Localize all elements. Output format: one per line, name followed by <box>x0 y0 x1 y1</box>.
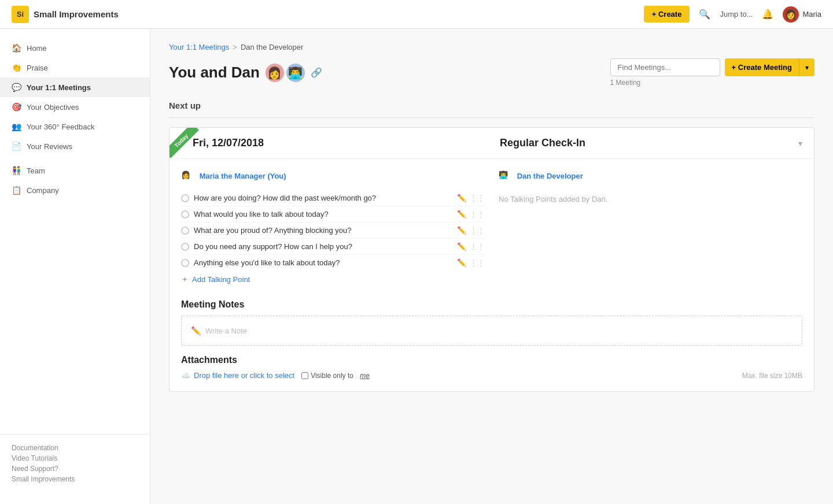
tp-actions-2: ✏️ ⋮⋮ <box>457 210 485 218</box>
reviews-icon: 📄 <box>12 142 21 151</box>
tp-col-right-title[interactable]: 👨‍💻 Dan the Developer <box>499 171 802 183</box>
meeting-card-header: Today Fri, 12/07/2018 Regular Check-In ▾ <box>169 128 814 159</box>
create-meeting-button-group: + Create Meeting ▾ <box>725 58 814 76</box>
tp-text-5: Anything else you'd like to talk about t… <box>194 258 452 267</box>
tp-checkbox-2[interactable] <box>181 210 189 218</box>
tp-text-3: What are you proud of? Anything blocking… <box>194 226 452 235</box>
tp-actions-1: ✏️ ⋮⋮ <box>457 194 485 202</box>
breadcrumb: Your 1:1 Meetings > Dan the Developer <box>169 43 814 51</box>
tp-col-right: 👨‍💻 Dan the Developer No Talking Points … <box>499 171 802 288</box>
meetings-icon: 💬 <box>12 83 21 92</box>
footer-documentation[interactable]: Documentation <box>12 444 138 452</box>
sidebar-item-objectives[interactable]: 🎯 Your Objectives <box>0 97 150 117</box>
tp-edit-3[interactable]: ✏️ <box>457 226 466 235</box>
topnav: Si Small Improvements + Create 🔍 Jump to… <box>0 0 833 29</box>
sidebar-item-feedback[interactable]: 👥 Your 360° Feedback <box>0 117 150 136</box>
search-icon[interactable]: 🔍 <box>699 9 710 20</box>
footer-small-improvements[interactable]: Small Improvements <box>12 475 138 483</box>
sidebar-item-company[interactable]: 📋 Company <box>0 180 150 200</box>
footer-video-tutorials[interactable]: Video Tutorials <box>12 454 138 462</box>
tp-checkbox-5[interactable] <box>181 259 189 267</box>
tp-actions-5: ✏️ ⋮⋮ <box>457 258 485 267</box>
user-name: Maria <box>802 10 821 18</box>
tp-drag-2[interactable]: ⋮⋮ <box>470 210 485 218</box>
today-ribbon: Today <box>169 128 204 162</box>
find-meetings-row: + Create Meeting ▾ <box>610 58 814 76</box>
attachments-section: Attachments ☁️ Drop file here or click t… <box>181 355 802 380</box>
tp-checkbox-3[interactable] <box>181 227 189 235</box>
tp-edit-2[interactable]: ✏️ <box>457 210 466 218</box>
sidebar-item-reviews[interactable]: 📄 Your Reviews <box>0 136 150 156</box>
link-icon[interactable]: 🔗 <box>311 67 322 78</box>
breadcrumb-separator: > <box>233 43 237 51</box>
main-content: Your 1:1 Meetings > Dan the Developer Yo… <box>150 29 833 504</box>
drop-file-link[interactable]: ☁️ Drop file here or click to select <box>181 371 294 380</box>
objectives-icon: 🎯 <box>12 102 21 112</box>
user-menu[interactable]: 👩 Maria <box>783 6 821 23</box>
tp-drag-1[interactable]: ⋮⋮ <box>470 194 485 202</box>
tp-avatar-maria: 👩 <box>181 171 194 183</box>
company-icon: 📋 <box>12 186 21 195</box>
tp-items-left: How are you doing? How did the past week… <box>181 190 485 270</box>
meeting-chevron[interactable]: ▾ <box>798 139 802 148</box>
notes-input-area[interactable]: ✏️ Write a Note <box>181 316 802 346</box>
jump-to-label[interactable]: Jump to... <box>720 10 753 18</box>
notifications-icon[interactable]: 🔔 <box>762 9 773 20</box>
tp-drag-4[interactable]: ⋮⋮ <box>470 242 485 251</box>
page-header: You and Dan 👩 👨‍💻 🔗 + Create Meeting ▾ 1… <box>169 58 814 87</box>
avatar-maria: 👩 <box>266 64 284 82</box>
avatar-dan: 👨‍💻 <box>286 64 305 82</box>
sidebar-nav: 🏠 Home 👏 Praise 💬 Your 1:1 Meetings 🎯 Yo… <box>0 38 150 434</box>
team-icon: 👫 <box>12 166 21 175</box>
tp-edit-4[interactable]: ✏️ <box>457 242 466 251</box>
add-tp-plus: ＋ <box>181 274 189 284</box>
find-meetings-input[interactable] <box>610 58 720 76</box>
tp-actions-4: ✏️ ⋮⋮ <box>457 242 485 251</box>
tp-item-5: Anything else you'd like to talk about t… <box>181 255 485 270</box>
meeting-card-body: 👩 Maria the Manager (You) How are you do… <box>169 159 814 391</box>
breadcrumb-parent[interactable]: Your 1:1 Meetings <box>169 43 229 51</box>
create-meeting-dropdown[interactable]: ▾ <box>799 58 814 76</box>
header-right: + Create Meeting ▾ 1 Meeting <box>610 58 814 87</box>
tp-checkbox-1[interactable] <box>181 194 189 202</box>
tp-actions-3: ✏️ ⋮⋮ <box>457 226 485 235</box>
upload-icon: ☁️ <box>181 371 190 380</box>
tp-text-4: Do you need any support? How can I help … <box>194 242 452 251</box>
meeting-type: Regular Check-In <box>500 137 585 149</box>
user-avatar: 👩 <box>783 6 799 23</box>
tp-item-2: What would you like to talk about today?… <box>181 206 485 223</box>
file-size-info: Max. file size 10MB <box>742 372 802 380</box>
create-button[interactable]: + Create <box>644 6 690 23</box>
tp-text-1: How are you doing? How did the past week… <box>194 194 452 202</box>
tp-edit-5[interactable]: ✏️ <box>457 258 466 267</box>
logo-icon: Si <box>12 6 29 23</box>
section-divider <box>169 117 814 118</box>
visible-only-label: Visible only to me <box>301 372 370 380</box>
meeting-count: 1 Meeting <box>610 79 641 87</box>
sidebar-item-meetings[interactable]: 💬 Your 1:1 Meetings <box>0 77 150 97</box>
app-logo[interactable]: Si Small Improvements <box>12 6 119 23</box>
sidebar: 🏠 Home 👏 Praise 💬 Your 1:1 Meetings 🎯 Yo… <box>0 29 150 504</box>
tp-checkbox-4[interactable] <box>181 243 189 251</box>
title-avatars: 👩 👨‍💻 <box>266 64 305 82</box>
tp-drag-3[interactable]: ⋮⋮ <box>470 226 485 235</box>
add-talking-point[interactable]: ＋ Add Talking Point <box>181 270 485 288</box>
breadcrumb-current: Dan the Developer <box>241 43 303 51</box>
footer-support[interactable]: Need Support? <box>12 465 138 473</box>
meeting-card: Today Fri, 12/07/2018 Regular Check-In ▾… <box>169 127 814 392</box>
attachments-title: Attachments <box>181 355 802 365</box>
tp-col-left-title[interactable]: 👩 Maria the Manager (You) <box>181 171 485 183</box>
tp-drag-5[interactable]: ⋮⋮ <box>470 258 485 267</box>
notes-pencil-icon: ✏️ <box>191 326 201 335</box>
visible-only-checkbox[interactable] <box>301 372 308 379</box>
sidebar-item-team[interactable]: 👫 Team <box>0 161 150 180</box>
notes-placeholder: Write a Note <box>205 327 247 335</box>
create-meeting-button[interactable]: + Create Meeting <box>725 58 799 76</box>
tp-edit-1[interactable]: ✏️ <box>457 194 466 202</box>
today-label: Today <box>169 128 199 158</box>
attachments-drop-area: ☁️ Drop file here or click to select Vis… <box>181 371 802 380</box>
tp-text-2: What would you like to talk about today? <box>194 210 452 218</box>
sidebar-item-praise[interactable]: 👏 Praise <box>0 58 150 77</box>
no-talking-points: No Talking Points added by Dan. <box>499 190 802 208</box>
sidebar-item-home[interactable]: 🏠 Home <box>0 38 150 58</box>
